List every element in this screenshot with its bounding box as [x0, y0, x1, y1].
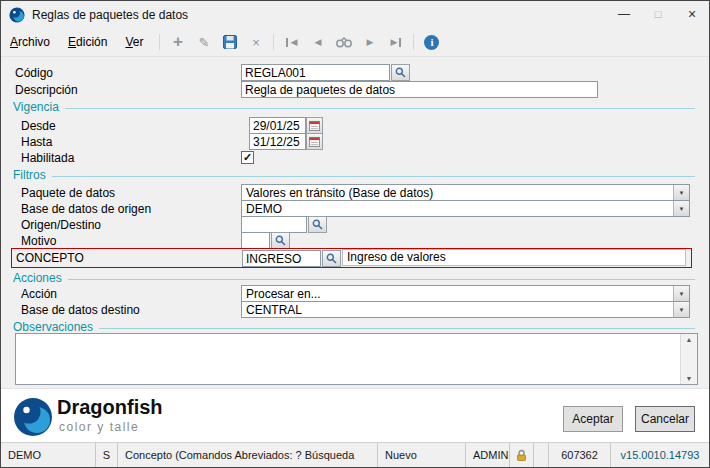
magnifier-icon: [395, 67, 406, 78]
section-vigencia: Vigencia: [13, 100, 695, 114]
filtros-section-label: Filtros: [13, 168, 46, 182]
aceptar-button[interactable]: Aceptar: [563, 406, 623, 432]
footer: Dragonfish color y talle Aceptar Cancela…: [1, 388, 709, 444]
status-record-number: 607362: [549, 443, 611, 467]
brand-name: Dragonfish: [57, 396, 163, 419]
section-divider-line: [52, 176, 695, 177]
descripcion-label: Descripción: [15, 83, 78, 97]
motivo-row: Motivo: [1, 232, 709, 249]
descripcion-input[interactable]: [241, 81, 598, 98]
status-lock: [510, 443, 534, 467]
section-observaciones: Observaciones: [13, 320, 695, 334]
statusbar: DEMO S Concepto (Comandos Abreviados: ? …: [1, 442, 709, 467]
motivo-input[interactable]: [241, 232, 270, 249]
concepto-row-highlight: CONCEPTO Ingreso de valores: [11, 248, 692, 268]
base-destino-selected-value: CENTRAL: [246, 303, 302, 317]
magnifier-icon: [275, 235, 286, 246]
desde-row: Desde: [1, 117, 709, 134]
base-destino-row: Base de datos destino CENTRAL ▼: [1, 301, 709, 318]
codigo-label: Código: [15, 66, 53, 80]
base-origen-dropdown[interactable]: DEMO ▼: [241, 200, 690, 217]
desde-label: Desde: [21, 119, 56, 133]
motivo-search-button[interactable]: [271, 232, 290, 249]
concepto-search-button[interactable]: [322, 250, 341, 267]
hasta-row: Hasta: [1, 133, 709, 150]
base-destino-dropdown[interactable]: CENTRAL ▼: [241, 301, 690, 318]
calendar-icon: [309, 120, 320, 131]
habilitada-checkbox[interactable]: ✓: [241, 151, 254, 164]
hasta-label: Hasta: [21, 135, 52, 149]
observaciones-textarea[interactable]: ▲ ▼: [15, 333, 698, 385]
concepto-input[interactable]: [242, 250, 321, 267]
observaciones-section-label: Observaciones: [13, 320, 93, 334]
origen-destino-label: Origen/Destino: [21, 218, 101, 232]
vigencia-section-label: Vigencia: [13, 100, 59, 114]
chevron-down-icon[interactable]: ▼: [673, 201, 689, 216]
descripcion-row: Descripción: [1, 81, 709, 98]
section-divider-line: [65, 108, 695, 109]
base-destino-label: Base de datos destino: [21, 303, 140, 317]
paquete-label: Paquete de datos: [21, 186, 115, 200]
acciones-section-label: Acciones: [13, 271, 62, 285]
calendar-icon: [309, 136, 320, 147]
chevron-down-icon[interactable]: ▼: [673, 286, 689, 301]
observaciones-scrollbar[interactable]: ▲ ▼: [680, 334, 697, 384]
status-mode: Nuevo: [378, 443, 466, 467]
accion-selected-value: Procesar en...: [246, 287, 321, 301]
base-origen-row: Base de datos de origen DEMO ▼: [1, 200, 709, 217]
status-database: DEMO: [1, 443, 96, 467]
paquete-row: Paquete de datos Valores en tránsito (Ba…: [1, 184, 709, 201]
paquete-selected-value: Valores en tránsito (Base de datos): [246, 186, 433, 200]
concepto-label: CONCEPTO: [16, 251, 84, 265]
hasta-calendar-button[interactable]: [306, 133, 323, 150]
chevron-down-icon[interactable]: ▼: [673, 302, 689, 317]
section-divider-line: [68, 279, 695, 280]
origen-destino-input[interactable]: [241, 216, 307, 233]
accion-dropdown[interactable]: Procesar en... ▼: [241, 285, 690, 302]
desde-input[interactable]: [249, 117, 306, 134]
paquete-dropdown[interactable]: Valores en tránsito (Base de datos) ▼: [241, 184, 690, 201]
base-origen-label: Base de datos de origen: [21, 202, 151, 216]
dialog-window: Reglas de paquetes de datos — □ × Archiv…: [0, 0, 710, 468]
accion-row: Acción Procesar en... ▼: [1, 285, 709, 302]
observaciones-text: [19, 336, 677, 382]
status-user: ADMIN: [466, 443, 510, 467]
brand-tagline: color y talle: [59, 420, 139, 434]
codigo-input[interactable]: [241, 64, 390, 81]
section-divider-line: [99, 328, 695, 329]
habilitada-row: Habilitada ✓: [1, 149, 709, 166]
origen-destino-row: Origen/Destino: [1, 216, 709, 233]
status-flag: S: [96, 443, 118, 467]
dragonfish-logo: [13, 397, 53, 437]
origen-destino-search-button[interactable]: [308, 216, 327, 233]
chevron-down-icon[interactable]: ▼: [673, 185, 689, 200]
magnifier-icon: [326, 253, 337, 264]
codigo-row: Código: [1, 64, 709, 81]
status-spacer: [534, 443, 549, 467]
hasta-input[interactable]: [249, 133, 306, 150]
concepto-description: Ingreso de valores: [342, 249, 686, 266]
scroll-up-icon[interactable]: ▲: [681, 336, 697, 343]
cancelar-button[interactable]: Cancelar: [635, 406, 695, 432]
scroll-down-icon[interactable]: ▼: [681, 375, 697, 382]
codigo-search-button[interactable]: [391, 64, 410, 81]
motivo-label: Motivo: [21, 234, 56, 248]
section-filtros: Filtros: [13, 168, 695, 182]
magnifier-icon: [312, 219, 323, 230]
desde-calendar-button[interactable]: [306, 117, 323, 134]
status-version: v15.0010.14793: [611, 443, 709, 467]
habilitada-label: Habilitada: [21, 151, 74, 165]
base-origen-selected-value: DEMO: [246, 202, 282, 216]
lock-icon: [516, 449, 527, 462]
section-acciones: Acciones: [13, 271, 695, 285]
accion-label: Acción: [21, 287, 57, 301]
status-context: Concepto (Comandos Abreviados: ? Búsqued…: [118, 443, 378, 467]
